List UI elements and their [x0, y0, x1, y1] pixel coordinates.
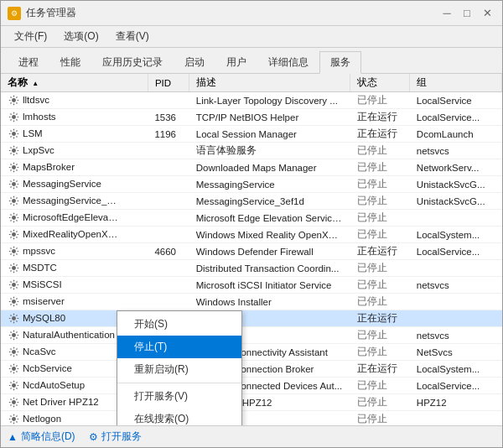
service-name: MSDTC [23, 263, 57, 273]
footer-summary[interactable]: ▲ 简略信息(D) [8, 430, 75, 444]
service-name: NcaSvc [23, 346, 56, 357]
tab-bar: 进程 性能 应用历史记录 启动 用户 详细信息 服务 [1, 48, 502, 74]
table-row[interactable]: lmhosts 1536 TCP/IP NetBIOS Helper 正在运行 … [1, 109, 502, 126]
context-menu-start[interactable]: 开始(S) [117, 313, 241, 336]
table-row[interactable]: MessagingService MessagingService 已停止 Un… [1, 176, 502, 193]
services-table-container[interactable]: 名称 ▲ PID 描述 状态 组 [1, 74, 502, 425]
table-row[interactable]: NcbService Network Connection Broker 正在运… [1, 361, 502, 378]
service-group: netsvcs [410, 143, 502, 159]
service-group [410, 260, 502, 277]
table-row[interactable]: NcdAutoSetup Network Connected Devices A… [1, 378, 502, 394]
footer-open-service[interactable]: ⚙ 打开服务 [89, 430, 142, 444]
arrow-icon: ▲ [8, 431, 18, 443]
service-desc: Microsoft iSCSI Initiator Service [189, 277, 350, 294]
service-name: MixedRealityOpenXRSvc [23, 229, 120, 239]
service-status: 已停止 [350, 378, 410, 394]
svg-point-17 [12, 383, 16, 388]
col-header-status[interactable]: 状态 [350, 74, 410, 92]
col-header-desc[interactable]: 描述 [189, 74, 350, 92]
table-row[interactable]: lltdsvc Link-Layer Topology Discovery ..… [1, 92, 502, 109]
service-desc: TCP/IP NetBIOS Helper [189, 109, 350, 126]
service-icon [8, 295, 19, 307]
service-group: netsvcs [410, 327, 502, 344]
maximize-button[interactable]: □ [459, 5, 475, 22]
col-header-name[interactable]: 名称 ▲ [1, 74, 148, 92]
table-row[interactable]: Netlogon 已停止 [1, 411, 502, 426]
service-desc: MessagingService_3ef1d [189, 193, 350, 210]
svg-point-12 [12, 300, 16, 304]
service-icon [8, 94, 19, 106]
service-group: netsvcs [410, 277, 502, 294]
context-menu-open-service[interactable]: 打开服务(V) [117, 385, 241, 408]
table-row[interactable]: LSM 1196 Local Session Manager 正在运行 Dcom… [1, 126, 502, 143]
service-icon [8, 379, 19, 391]
service-status: 已停止 [350, 260, 410, 277]
service-status: 已停止 [350, 294, 410, 310]
svg-point-2 [12, 132, 16, 136]
service-status: 已停止 [350, 193, 410, 210]
service-name: lltdsvc [23, 95, 49, 105]
tab-users[interactable]: 用户 [215, 51, 257, 74]
service-group: LocalSystem... [410, 227, 502, 243]
service-icon [8, 144, 19, 156]
service-name: MessagingService [23, 179, 101, 189]
table-row[interactable]: MySQL80 9828 MySQL80 正在运行 [1, 310, 502, 327]
service-group [410, 294, 502, 310]
svg-point-4 [12, 165, 16, 169]
context-menu-separator [117, 383, 241, 383]
service-icon [8, 396, 19, 408]
close-button[interactable]: ✕ [479, 5, 495, 22]
service-group: LocalService... [410, 109, 502, 126]
context-menu-stop[interactable]: 停止(T) [117, 336, 241, 358]
service-pid [148, 176, 189, 193]
col-header-pid[interactable]: PID [148, 74, 189, 92]
tab-app-history[interactable]: 应用历史记录 [91, 51, 174, 74]
tab-performance[interactable]: 性能 [49, 51, 91, 74]
table-row[interactable]: MSDTC Distributed Transaction Coordin...… [1, 260, 502, 277]
service-pid [148, 277, 189, 294]
table-row[interactable]: MessagingService_3ef1d MessagingService_… [1, 193, 502, 210]
service-status: 正在运行 [350, 109, 410, 126]
table-row[interactable]: MicrosoftEdgeElevationS... Microsoft Edg… [1, 210, 502, 227]
table-row[interactable]: NcaSvc Network Connectivity Assistant 已停… [1, 344, 502, 361]
table-row[interactable]: MixedRealityOpenXRSvc Windows Mixed Real… [1, 227, 502, 243]
service-group: UnistackSvcG... [410, 193, 502, 210]
service-desc: Link-Layer Topology Discovery ... [189, 92, 350, 109]
service-group: LocalService... [410, 243, 502, 260]
service-icon [8, 362, 19, 374]
service-name: MSiSCSI [23, 279, 62, 289]
tab-startup[interactable]: 启动 [174, 51, 215, 74]
menu-options[interactable]: 选项(O) [57, 28, 105, 45]
menu-file[interactable]: 文件(F) [8, 28, 54, 45]
svg-point-10 [12, 266, 16, 270]
context-menu-restart[interactable]: 重新启动(R) [117, 358, 241, 381]
table-row[interactable]: msiserver Windows Installer 已停止 [1, 294, 502, 310]
tab-details[interactable]: 详细信息 [257, 51, 319, 74]
service-name: lmhosts [23, 112, 56, 122]
col-header-group[interactable]: 组 [410, 74, 502, 92]
service-icon [8, 346, 19, 357]
service-group: LocalService [410, 92, 502, 109]
menu-view[interactable]: 查看(V) [109, 28, 156, 45]
service-icon [8, 262, 19, 273]
svg-point-3 [12, 148, 16, 153]
service-desc: Downloaded Maps Manager [189, 159, 350, 176]
service-name: LxpSvc [23, 145, 54, 155]
table-row[interactable]: Net Driver HPZ12 Net Driver HPZ12 已停止 HP… [1, 394, 502, 411]
service-pid [148, 210, 189, 227]
table-row[interactable]: NaturalAuthentication 已停止 netsvcs [1, 327, 502, 344]
window-title: 任务管理器 [26, 6, 76, 20]
minimize-button[interactable]: ─ [438, 5, 455, 22]
service-icon [8, 111, 19, 122]
tab-services[interactable]: 服务 [319, 51, 361, 74]
svg-point-15 [12, 350, 16, 354]
service-pid: 1536 [148, 109, 189, 126]
table-row[interactable]: LxpSvc 语言体验服务 已停止 netsvcs [1, 143, 502, 159]
table-row[interactable]: mpssvc 4660 Windows Defender Firewall 正在… [1, 243, 502, 260]
context-menu-search-online[interactable]: 在线搜索(O) [117, 408, 241, 425]
service-name: msiserver [23, 296, 65, 306]
tab-process[interactable]: 进程 [8, 51, 49, 74]
table-row[interactable]: MSiSCSI Microsoft iSCSI Initiator Servic… [1, 277, 502, 294]
table-row[interactable]: MapsBroker Downloaded Maps Manager 已停止 N… [1, 159, 502, 176]
services-table: 名称 ▲ PID 描述 状态 组 [1, 74, 502, 425]
